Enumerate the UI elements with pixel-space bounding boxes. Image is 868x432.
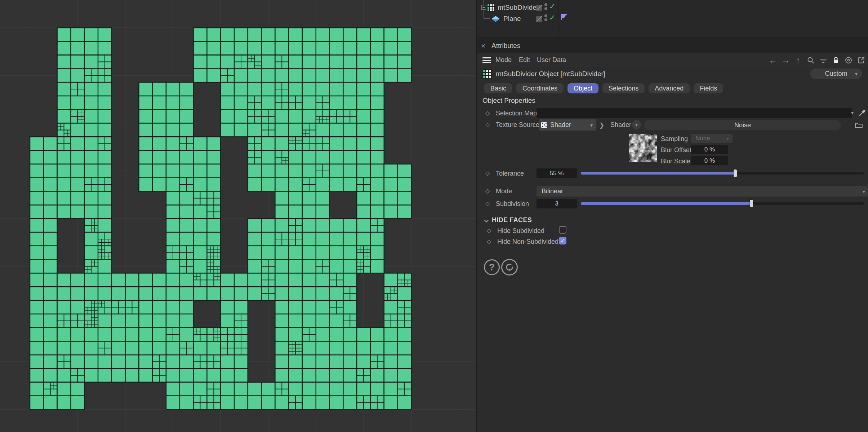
tree-line-horizontal xyxy=(484,18,490,19)
tab-advanced[interactable]: Advanced xyxy=(649,83,690,93)
shader-button[interactable]: Noise xyxy=(644,120,841,130)
tab-fields[interactable]: Fields xyxy=(694,83,723,93)
sampling-dropdown: None ▾ xyxy=(691,134,733,143)
diamond-icon: ◇ xyxy=(485,200,490,207)
sampling-value: None xyxy=(695,135,710,142)
tab-selections[interactable]: Selections xyxy=(602,83,645,93)
chevron-down-icon: ▾ xyxy=(726,136,729,141)
hide-non-subdivided-label: Hide Non-Subdivided xyxy=(497,238,558,246)
diamond-icon: ◇ xyxy=(487,238,491,245)
layer-chip-icon[interactable] xyxy=(536,5,542,11)
object-row-plane[interactable]: Plane xyxy=(491,13,521,24)
blur-scale-label: Blur Scale xyxy=(661,158,690,165)
folder-icon[interactable] xyxy=(854,120,863,131)
preset-value: Custom xyxy=(825,70,847,78)
forward-arrow-icon[interactable]: → xyxy=(781,56,790,65)
subdivision-label: Subdivision xyxy=(496,200,529,208)
tree-stem xyxy=(484,0,484,5)
section-title: Object Properties xyxy=(482,97,535,105)
chevron-down-icon: ▾ xyxy=(635,122,638,128)
attributes-titlebar: × Attributes xyxy=(477,38,868,53)
texture-source-type-dropdown[interactable]: Shader ▾ xyxy=(539,119,596,131)
right-panel: − mtSubDivider ✓ Plane ✓ × Attributes xyxy=(476,0,868,432)
diamond-icon: ◇ xyxy=(487,227,491,234)
hamburger-menu-icon[interactable] xyxy=(482,57,491,63)
mode-dropdown[interactable]: Bilinear ▾ xyxy=(537,186,868,197)
object-row-mtsubdivider[interactable]: mtSubDivider xyxy=(487,2,539,13)
preset-dropdown[interactable]: Custom ▾ xyxy=(810,69,862,79)
tolerance-slider[interactable] xyxy=(581,172,864,175)
collapse-chevron-icon[interactable] xyxy=(484,218,489,224)
section-separator xyxy=(477,214,868,214)
tolerance-label: Tolerance xyxy=(496,170,524,177)
shader-icon xyxy=(541,122,547,128)
hide-non-subdivided-checkbox[interactable]: ✓ xyxy=(559,237,566,244)
reset-button[interactable] xyxy=(501,259,518,275)
blur-offset-label: Blur Offset xyxy=(661,146,691,154)
menu-edit[interactable]: Edit xyxy=(519,53,530,67)
object-name[interactable]: Plane xyxy=(503,15,521,23)
filter-icon[interactable] xyxy=(819,56,828,65)
slider-handle[interactable] xyxy=(750,200,753,207)
chevron-right-icon[interactable]: ❯ xyxy=(599,122,604,129)
record-target-icon[interactable] xyxy=(844,56,853,65)
diamond-icon: ◇ xyxy=(485,188,490,194)
layer-chip-icon[interactable] xyxy=(536,16,542,22)
selection-map-input[interactable] xyxy=(537,108,852,118)
object-title: mtSubDivider Object [mtSubDivider] xyxy=(496,69,605,79)
tab-bar: Basic Coordinates Object Selections Adva… xyxy=(484,83,723,93)
tab-object[interactable]: Object xyxy=(567,83,598,93)
eyedropper-icon[interactable] xyxy=(858,108,867,119)
enabled-check-icon[interactable]: ✓ xyxy=(549,2,556,11)
help-button[interactable]: ? xyxy=(484,259,500,275)
menu-user-data[interactable]: User Data xyxy=(537,53,566,67)
attributes-menubar: Mode Edit User Data ← → ↑ xyxy=(477,53,868,67)
blur-scale-input[interactable]: 0 % xyxy=(691,156,728,165)
chevron-down-icon: ▾ xyxy=(590,122,593,128)
object-name[interactable]: mtSubDivider xyxy=(498,4,539,12)
object-manager: − mtSubDivider ✓ Plane ✓ xyxy=(477,0,868,38)
tolerance-input[interactable]: 55 % xyxy=(537,168,577,178)
enabled-check-icon[interactable]: ✓ xyxy=(549,13,556,22)
subdivision-input[interactable]: 3 xyxy=(537,199,577,208)
diamond-icon: ◇ xyxy=(485,110,490,116)
hide-faces-header[interactable]: HIDE FACES xyxy=(492,216,532,224)
selection-tag-icon[interactable] xyxy=(561,14,567,20)
question-mark-icon: ? xyxy=(489,262,495,273)
tab-coordinates[interactable]: Coordinates xyxy=(516,83,564,93)
panel-title: Attributes xyxy=(491,42,520,50)
back-arrow-icon[interactable]: ← xyxy=(768,56,778,65)
noise-preview-thumbnail[interactable] xyxy=(629,134,657,162)
app-window: { "icons": { "close": "×", "dropdown_arr… xyxy=(0,0,868,432)
slider-handle[interactable] xyxy=(734,169,737,177)
visibility-dots-icon[interactable] xyxy=(544,14,547,22)
close-icon[interactable]: × xyxy=(481,41,485,50)
shader-options-dropdown[interactable]: ▾ xyxy=(632,120,641,129)
shader-link-label: Shader xyxy=(610,121,631,129)
tab-basic[interactable]: Basic xyxy=(484,83,512,93)
texture-source-label: Texture Source xyxy=(496,121,539,129)
chevron-down-icon: ▾ xyxy=(863,189,865,194)
menu-mode[interactable]: Mode xyxy=(495,53,512,67)
column-divider xyxy=(558,0,559,38)
subdivider-object-icon xyxy=(482,69,492,79)
chevron-down-icon: ▾ xyxy=(855,71,858,77)
open-new-window-icon[interactable] xyxy=(856,56,866,65)
plane-object-icon xyxy=(491,16,500,22)
hide-subdivided-checkbox[interactable]: ✓ xyxy=(559,226,566,234)
diamond-icon: ◇ xyxy=(485,170,490,177)
search-icon[interactable] xyxy=(806,56,815,65)
chevron-down-icon[interactable]: ▾ xyxy=(851,110,854,116)
tree-line-vertical xyxy=(484,10,484,19)
subdivider-object-icon xyxy=(487,4,495,12)
lock-icon[interactable] xyxy=(831,56,841,65)
expander-icon[interactable]: − xyxy=(481,5,486,10)
texture-source-type-value: Shader xyxy=(550,121,571,129)
viewport-canvas[interactable] xyxy=(0,0,476,432)
selection-map-label: Selection Map xyxy=(496,110,537,117)
diamond-icon: ◇ xyxy=(485,121,490,128)
subdivision-slider[interactable] xyxy=(581,202,864,205)
blur-offset-input[interactable]: 0 % xyxy=(691,145,728,154)
visibility-dots-icon[interactable] xyxy=(544,3,547,11)
up-arrow-icon[interactable]: ↑ xyxy=(793,56,803,65)
